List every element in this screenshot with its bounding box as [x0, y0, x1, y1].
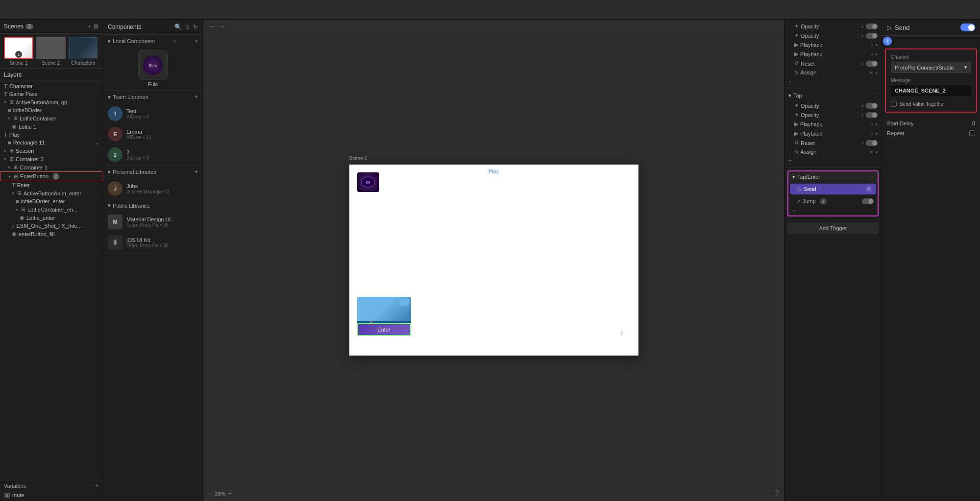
layer-lottiecontainer[interactable]: ▾ ⊞ LottieContainer [0, 114, 102, 122]
zoom-out-btn[interactable]: − [208, 490, 212, 497]
list-icon[interactable]: ≡ [186, 24, 189, 30]
tap-enter-minus[interactable]: − [870, 173, 874, 180]
tap-action-playback-2[interactable]: ▶ Playback ♪ ● [784, 129, 882, 138]
tap-opacity-toggle-2[interactable] [866, 112, 878, 118]
scenes-icon[interactable]: ⊞ [94, 23, 98, 30]
refresh-icon[interactable]: ↻ [193, 24, 198, 30]
action-opacity-2[interactable]: ✦ Opacity ⁚ ♪ [784, 31, 882, 40]
layer-season[interactable]: ▸ ⊞ Season [0, 146, 102, 155]
jump-action-row[interactable]: ↗ Jump 3 [788, 196, 878, 207]
layer-activebuttonanim-enter[interactable]: ▾ ⊞ ActiveButtonAnim_enter [0, 189, 102, 197]
add-tapenter-action[interactable]: + [788, 207, 878, 215]
scene-thumb-2[interactable]: Scene 2 [36, 37, 66, 66]
layer-lottieborder-enter[interactable]: ■ lottieBOrder_enter [0, 197, 102, 205]
tap-action-opacity-2[interactable]: ✦ Opacity ⁚ ♪ [784, 110, 882, 119]
variable-mute[interactable]: x mute [4, 491, 98, 499]
layer-gamepass[interactable]: T Game Pass [0, 90, 102, 98]
tap-reset-toggle[interactable] [866, 140, 878, 146]
library-material[interactable]: M Material Design UI ... Team ProtoPie •… [103, 212, 203, 232]
layer-name-activebuttonanim: ActiveButtonAnim_gp [16, 99, 67, 105]
playback-icon-1: ▶ [794, 42, 798, 48]
layer-icon-t2: T [4, 91, 7, 97]
send-add-btn[interactable]: + [865, 186, 872, 192]
zoom-controls: − 39% + [208, 490, 232, 497]
jump-toggle[interactable] [862, 198, 874, 204]
send-toggle[interactable] [960, 24, 975, 31]
add-tap-action[interactable]: + [784, 156, 882, 165]
reset-toggle-1[interactable] [866, 61, 878, 67]
personal-libraries-header[interactable]: ▾ Personal Libraries + [103, 166, 203, 178]
add-scene-btn[interactable]: + [88, 23, 92, 30]
library-test-info: Test XID-ee • 3 [126, 108, 198, 119]
layer-activebuttonanim-gp[interactable]: ▾ ⊞ ActiveButtonAnim_gp [0, 98, 102, 106]
layer-name-play: Play [9, 132, 20, 138]
layer-rect11[interactable]: ■ Rectangle 11 ⌄ [0, 139, 102, 146]
action-opacity-1[interactable]: ✦ Opacity ⁚ ♪ [784, 22, 882, 31]
tap-action-playback-1[interactable]: ▶ Playback ♪ ● [784, 119, 882, 129]
local-sort-icon[interactable]: ↑ [173, 38, 176, 45]
canvas-nav: ← → [203, 20, 784, 34]
library-jubs[interactable]: J Jubs Jubilee Mayanja • 0 [103, 178, 203, 199]
tap-action-opacity-1[interactable]: ✦ Opacity ⁚ ♪ [784, 101, 882, 110]
layer-esm[interactable]: ♪ ESM_One_Shot_FX_Inte... [0, 222, 102, 230]
tap-action-assign[interactable]: fx Assign ✕ ● [784, 147, 882, 156]
layer-lottieborder[interactable]: ■ lottieBOrder [0, 106, 102, 114]
tap-opacity-toggle-1[interactable] [866, 103, 878, 109]
canvas-play-btn[interactable]: Play [489, 168, 499, 174]
layer-icon-sq3: ■ [16, 198, 19, 204]
zoom-in-btn[interactable]: + [228, 490, 232, 497]
layer-enter[interactable]: T Enter [0, 181, 102, 189]
team-libraries-header[interactable]: ▾ Team Libraries + [103, 91, 203, 103]
nav-forward-btn[interactable]: → [219, 23, 226, 30]
scene-thumb-chars[interactable]: Characters [69, 37, 98, 66]
action-playback-2[interactable]: ▶ Playback ♪ ● [784, 49, 882, 59]
tap-music-5: ♪ [861, 140, 864, 145]
layer-character[interactable]: T Character [0, 82, 102, 90]
action-reset-1[interactable]: ↺ Reset ♪ [784, 59, 882, 68]
library-ios[interactable]: iOS UI Kit Team ProtoPie • 39 [103, 232, 203, 253]
team-lib-add-btn[interactable]: + [195, 94, 198, 100]
layer-enterbutton[interactable]: ▾ ⊞ EnterButton 2 [0, 171, 102, 181]
layer-enterbuttonfill[interactable]: ◉ enterButton_fill [0, 230, 102, 238]
add-action-1[interactable]: + [784, 77, 882, 86]
local-component-eula[interactable]: Eula Eula [108, 50, 198, 87]
help-btn[interactable]: ? [775, 489, 779, 498]
action-label-opacity-2: Opacity [801, 33, 856, 39]
repeat-checkbox[interactable] [969, 130, 975, 136]
layer-lottie-enter[interactable]: ◉ Lottie_enter [0, 214, 102, 222]
layer-play[interactable]: T Play [0, 131, 102, 139]
public-libraries-header[interactable]: ▾ Public Libraries [103, 199, 203, 212]
add-variable-btn[interactable]: + [95, 482, 98, 489]
search-icon[interactable]: 🔍 [174, 24, 182, 30]
channel-select[interactable]: ProtoPie Connect/Studio ▾ [891, 62, 971, 73]
layer-lottie1[interactable]: ◉ Lottie 1 [0, 122, 102, 131]
tap-opacity-icon-1: ✦ [794, 102, 799, 109]
library-ios-name: iOS UI Kit [126, 237, 198, 243]
layer-container1[interactable]: ▾ ⊞ Container 1 [0, 163, 102, 171]
layer-container3[interactable]: ▾ ⊞ Container 3 [0, 155, 102, 163]
add-trigger-btn[interactable]: Add Trigger [787, 222, 879, 234]
layer-lottiecontainer-enter[interactable]: ▸ ⊞ LottieContainer_en... [0, 205, 102, 214]
action-assign-1[interactable]: fx Assign ✕ ● [784, 68, 882, 77]
library-test[interactable]: T Test XID-ee • 3 [103, 103, 203, 124]
send-value-checkbox[interactable] [891, 101, 897, 107]
message-input[interactable]: CHANGE_SCENE_2 [891, 85, 971, 96]
send-action-row[interactable]: ▷ Send + [790, 184, 876, 194]
action-playback-1[interactable]: ▶ Playback ♪ ● [784, 40, 882, 49]
nav-back-btn[interactable]: ← [208, 23, 215, 30]
tap-music-2: ♪ [861, 112, 864, 118]
library-emma[interactable]: E Emma XID-ee • 11 [103, 124, 203, 144]
tap-action-reset[interactable]: ↺ Reset ♪ [784, 138, 882, 147]
enter-btn-canvas[interactable]: Enter [357, 323, 411, 336]
personal-lib-add-btn[interactable]: + [195, 168, 198, 175]
scene-thumb-1[interactable]: Scene 1 1 [4, 37, 33, 66]
trigger-tap: ▾ Tap ⁚ ✦ Opacity ⁚ ♪ ✦ Opacity ⁚ ♪ [784, 88, 882, 167]
local-component-section: ▾ Local Component ↑ + Eula Eula [103, 35, 203, 91]
local-add-btn[interactable]: + [195, 38, 198, 45]
tap-playback-icon-1: ▶ [794, 121, 798, 127]
opacity-toggle-1[interactable] [866, 24, 878, 29]
opacity-toggle-2[interactable] [866, 33, 878, 39]
library-2[interactable]: 2 2 XID-ee • 3 [103, 144, 203, 165]
canvas-bottom: − 39% + ? [203, 486, 784, 501]
local-component-header[interactable]: ▾ Local Component ↑ + [103, 35, 203, 48]
